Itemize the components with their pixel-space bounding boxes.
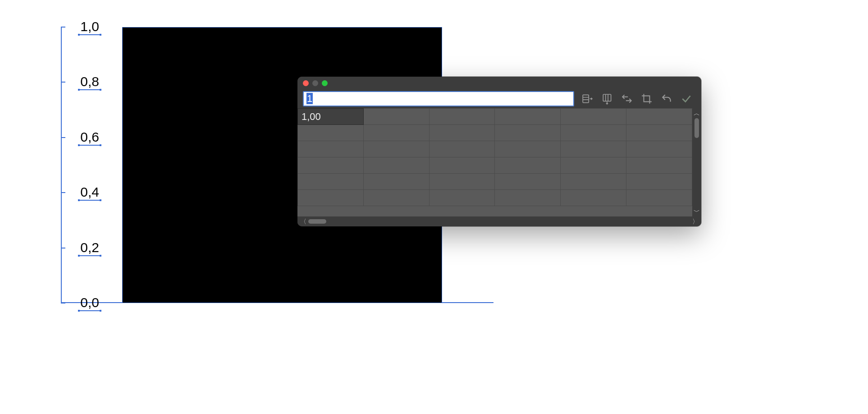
scroll-up-icon[interactable]: ︿ [694, 110, 700, 116]
grid-cell[interactable] [495, 190, 561, 206]
grid-cell[interactable] [363, 125, 429, 141]
insert-row-icon[interactable] [580, 92, 594, 106]
maximize-icon[interactable] [322, 80, 328, 86]
y-tick-label-0[interactable]: 0,0 [79, 295, 100, 311]
y-tick-label-2[interactable]: 0,4 [79, 184, 100, 201]
grid-cell[interactable] [363, 174, 429, 190]
grid-cell[interactable] [495, 125, 561, 141]
y-tick-label-4[interactable]: 0,8 [79, 74, 100, 90]
toolbar: 1 [297, 89, 701, 108]
y-tick-label-3[interactable]: 0,6 [79, 129, 100, 146]
grid-cell[interactable] [363, 157, 429, 174]
grid-cell[interactable] [429, 157, 495, 174]
grid-cell[interactable] [429, 125, 495, 141]
hscroll-thumb[interactable] [308, 219, 326, 224]
grid-cell[interactable] [495, 174, 561, 190]
grid-cell[interactable] [495, 109, 561, 125]
grid-cell[interactable] [561, 109, 626, 125]
scroll-down-icon[interactable]: ﹀ [694, 208, 700, 215]
y-tick-label-1[interactable]: 0,2 [79, 240, 100, 256]
svg-rect-0 [583, 95, 589, 102]
grid-cell[interactable] [363, 109, 429, 125]
close-icon[interactable] [303, 80, 309, 86]
y-tick-mark [61, 137, 65, 138]
scroll-right-icon[interactable]: 〉 [692, 218, 699, 225]
grid-cell[interactable] [298, 157, 364, 174]
crop-range-icon[interactable] [640, 92, 653, 106]
toolbar-icons [578, 92, 696, 106]
grid-cell[interactable]: 1,00 [298, 109, 364, 125]
y-tick-mark [61, 27, 65, 28]
grid-cell[interactable] [561, 174, 626, 190]
grid-cell[interactable] [626, 109, 692, 125]
grid-cell[interactable] [561, 157, 626, 174]
grid-cell[interactable] [298, 125, 364, 141]
vertical-scrollbar[interactable]: ︿ ﹀ [692, 108, 701, 216]
grid-cell[interactable] [626, 190, 692, 206]
grid-cell[interactable] [495, 141, 561, 157]
grid-cell[interactable] [298, 141, 364, 157]
formula-input[interactable]: 1 [303, 91, 574, 106]
grid-cell[interactable] [626, 174, 692, 190]
grid-cell[interactable] [626, 125, 692, 141]
data-table-window: 1 [297, 77, 701, 226]
y-tick-label-5[interactable]: 1,0 [79, 19, 100, 35]
grid-cell[interactable] [298, 174, 364, 190]
grid-cell[interactable] [429, 174, 495, 190]
grid-cell[interactable] [363, 141, 429, 157]
grid-cell[interactable] [429, 109, 495, 125]
scroll-left-icon[interactable]: 〈 [300, 218, 306, 225]
minimize-icon[interactable] [312, 80, 318, 86]
grid-cell[interactable] [429, 141, 495, 157]
grid-cell[interactable] [561, 190, 626, 206]
y-tick-mark [61, 82, 65, 83]
accept-icon[interactable] [680, 92, 693, 106]
y-tick-mark [61, 192, 65, 193]
undo-icon[interactable] [660, 92, 673, 106]
y-tick-mark [61, 303, 65, 304]
grid-cell[interactable] [429, 190, 495, 206]
grid-cell[interactable] [561, 141, 626, 157]
grid-cell[interactable] [626, 157, 692, 174]
data-grid[interactable]: 1,00 [297, 108, 692, 216]
formula-value: 1 [306, 93, 313, 104]
grid-cell[interactable] [626, 141, 692, 157]
grid-cell[interactable] [298, 190, 364, 206]
y-tick-mark [61, 248, 65, 248]
window-titlebar[interactable] [297, 77, 701, 89]
vscroll-thumb[interactable] [694, 118, 699, 138]
horizontal-scrollbar[interactable]: 〈 〉 [297, 216, 701, 226]
swap-xy-icon[interactable] [620, 92, 634, 106]
svg-rect-3 [603, 94, 611, 101]
grid-cell[interactable] [561, 125, 626, 141]
grid-cell[interactable] [495, 157, 561, 174]
grid-cell[interactable] [363, 190, 429, 206]
insert-column-icon[interactable] [600, 92, 614, 106]
